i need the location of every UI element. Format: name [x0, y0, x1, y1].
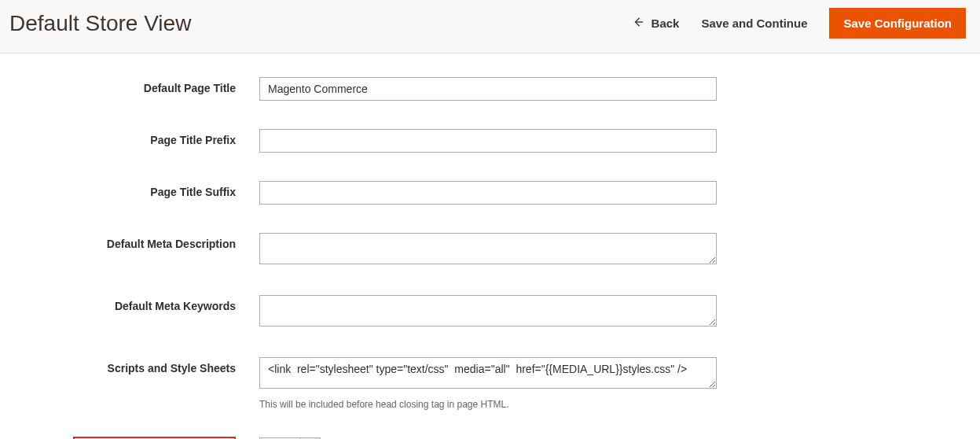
page-title-suffix-input[interactable]	[259, 181, 717, 205]
page-title-prefix-label: Page Title Prefix	[0, 129, 259, 146]
default-page-title-label: Default Page Title	[0, 77, 259, 94]
default-page-title-input[interactable]	[259, 77, 717, 101]
default-meta-keywords-label: Default Meta Keywords	[0, 295, 259, 312]
page-title-prefix-input[interactable]	[259, 129, 717, 153]
back-label: Back	[651, 17, 680, 30]
config-form: Default Page Title Page Title Prefix Pag…	[0, 53, 980, 439]
save-and-continue-button[interactable]: Save and Continue	[701, 17, 807, 30]
arrow-left-icon	[633, 17, 644, 30]
save-configuration-button[interactable]: Save Configuration	[829, 8, 966, 39]
page-title-suffix-label: Page Title Suffix	[0, 181, 259, 198]
header-actions: Back Save and Continue Save Configuratio…	[633, 8, 966, 39]
scripts-and-style-sheets-label: Scripts and Style Sheets	[0, 357, 259, 374]
back-button[interactable]: Back	[633, 17, 680, 30]
page-title: Default Store View	[9, 11, 191, 36]
scripts-note: This will be included before head closin…	[259, 399, 717, 410]
default-meta-keywords-input[interactable]	[259, 295, 717, 326]
scripts-and-style-sheets-input[interactable]	[259, 357, 717, 389]
default-meta-description-label: Default Meta Description	[0, 233, 259, 250]
default-meta-description-input[interactable]	[259, 233, 717, 264]
